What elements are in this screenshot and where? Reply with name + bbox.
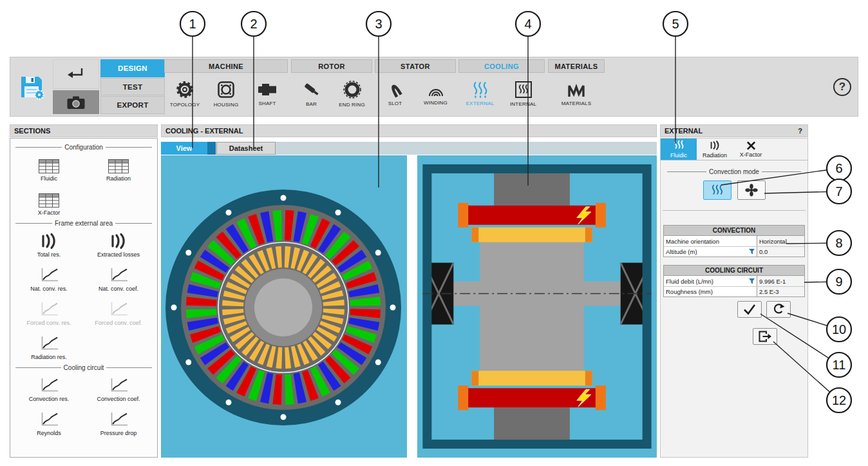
section-item-label: Forced conv. coef. — [95, 320, 142, 326]
section-item-radiation-res[interactable]: Radiation res. — [14, 332, 84, 360]
tab-label: Radiation — [703, 152, 727, 159]
tab-label: X-Factor — [740, 151, 762, 158]
callout-circle-9 — [827, 269, 851, 294]
refresh-icon — [772, 303, 785, 316]
camera-icon — [66, 95, 86, 110]
ribbon-item-external-cooling[interactable]: EXTERNAL — [458, 73, 502, 114]
callout-circle-2 — [241, 12, 266, 36]
section-item-nat-conv-res[interactable]: Nat. conv. res. — [14, 264, 84, 292]
ribbon-item-slot[interactable]: SLOT — [375, 73, 415, 114]
ribbon-item-winding[interactable]: WINDING — [415, 73, 456, 114]
housing-icon — [216, 80, 236, 99]
ribbon-item-end-ring[interactable]: END RING — [332, 73, 372, 114]
ribbon-item-bar[interactable]: BAR — [291, 73, 332, 114]
winding-icon — [427, 82, 445, 97]
radiation-arcs-icon — [41, 233, 57, 249]
section-item-reynolds[interactable]: Reynolds — [14, 408, 84, 436]
row-label: Altitude (m) — [664, 247, 757, 257]
cooling-circuit-table: COOLING CIRCUIT Fluid debit (L/mn) 9.996… — [663, 265, 805, 297]
section-item-label: Reynolds — [37, 430, 61, 436]
view-tab-indicator — [207, 142, 216, 155]
machine-orientation-value[interactable]: Horizontal — [757, 236, 804, 246]
ribbon-item-housing[interactable]: HOUSING — [205, 73, 247, 114]
section-item-radiation[interactable]: Radiation — [84, 153, 153, 182]
section-item-fluidic[interactable]: Fluidic — [14, 153, 84, 182]
ribbon-item-shaft[interactable]: SHAFT — [247, 73, 288, 114]
reset-button[interactable] — [766, 301, 791, 318]
apply-reset-row — [661, 301, 791, 318]
callout-number: 10 — [832, 322, 846, 336]
natural-convection-button[interactable] — [703, 180, 731, 200]
export-mode-button[interactable]: EXPORT — [100, 96, 165, 114]
ribbon-group-title: MACHINE — [164, 59, 288, 73]
callout-number: 1 — [189, 17, 196, 31]
right-panel-help[interactable]: ? — [798, 125, 802, 137]
internal-cooling-icon — [514, 81, 533, 99]
view-tabstrip: View Datasheet — [161, 142, 657, 155]
parameter-funnel-icon — [748, 248, 755, 255]
forced-convection-button[interactable] — [737, 180, 766, 200]
table-row: Altitude (m) 0.0 — [664, 246, 804, 257]
section-item-nat-conv-coef[interactable]: Nat. conv. coef. — [84, 264, 153, 292]
ribbon-item-topology[interactable]: TOPOLOGY — [164, 73, 205, 114]
group-legend-frame-external-area: Frame external area — [15, 220, 152, 227]
section-item-label: Radiation res. — [31, 354, 67, 360]
radial-view-diagram — [161, 155, 407, 458]
tab-x-factor[interactable]: X-Factor — [733, 139, 769, 160]
roughness-value[interactable]: 2.5 E-3 — [757, 287, 804, 296]
screenshot-button[interactable] — [53, 90, 99, 114]
callout-circle-7 — [827, 179, 851, 204]
radial-cross-section-view — [161, 155, 407, 458]
section-item-forced-conv-res[interactable]: Forced conv. res. — [14, 298, 84, 326]
tab-datasheet[interactable]: Datasheet — [216, 142, 276, 155]
section-item-convection-res[interactable]: Convection res. — [14, 374, 84, 402]
exit-export-icon — [758, 330, 772, 343]
ribbon-group-cooling: COOLING EXTERNAL — [458, 59, 545, 115]
apply-button[interactable] — [737, 301, 762, 318]
table-row: Roughness (mm) 2.5 E-3 — [664, 286, 804, 296]
tab-fluidic[interactable]: Fluidic — [661, 139, 697, 160]
callout-circle-12 — [827, 388, 851, 413]
ribbon-item-label: TOPOLOGY — [170, 102, 200, 108]
section-item-pressure-drop[interactable]: Pressure drop — [84, 408, 153, 436]
rotor-bar-icon — [303, 81, 321, 99]
ribbon-group-machine: MACHINE TOPOLOGY — [164, 59, 288, 115]
callout-number: 3 — [375, 17, 382, 31]
convection-waves-icon — [711, 184, 724, 197]
test-mode-button[interactable]: TEST — [100, 78, 165, 96]
callout-circle-11 — [827, 353, 851, 377]
design-mode-button[interactable]: DESIGN — [100, 59, 165, 77]
callout-number: 12 — [832, 393, 846, 407]
section-item-x-factor[interactable]: X-Factor — [14, 188, 84, 216]
section-item-label: Convection res. — [29, 396, 70, 402]
export-results-button[interactable] — [753, 328, 777, 345]
save-icon — [18, 73, 45, 101]
save-button[interactable] — [12, 59, 51, 114]
main-toolbar: DESIGN TEST EXPORT MACHINE TOPOLOGY — [10, 57, 858, 117]
ribbon-item-materials[interactable]: MATERIALS — [548, 73, 605, 114]
section-item-label: Pressure drop — [100, 430, 137, 436]
callout-number: 5 — [672, 17, 679, 31]
section-item-convection-coef[interactable]: Convection coef. — [84, 374, 153, 402]
right-panel-title: EXTERNAL — [665, 125, 703, 137]
callout-circle-1 — [180, 12, 205, 36]
return-arrow-icon — [66, 66, 86, 82]
row-label: Fluid debit (L/mn) — [664, 276, 757, 286]
fluid-debit-value[interactable]: 9.996 E-1 — [757, 276, 804, 286]
section-item-total-res[interactable]: Total res. — [14, 229, 84, 258]
ribbon-group-title: STATOR — [375, 59, 456, 73]
tab-view[interactable]: View — [161, 142, 207, 155]
tab-radiation[interactable]: Radiation — [697, 139, 733, 160]
table-icon — [108, 159, 129, 173]
section-item-forced-conv-coef[interactable]: Forced conv. coef. — [84, 298, 153, 326]
ribbon-item-label: END RING — [339, 102, 365, 108]
altitude-value[interactable]: 0.0 — [757, 247, 804, 257]
return-button[interactable] — [53, 59, 99, 89]
chart-icon — [39, 412, 59, 428]
fluidic-waves-icon — [674, 140, 684, 151]
help-button[interactable]: ? — [833, 78, 851, 96]
section-item-extracted-losses[interactable]: Extracted losses — [84, 229, 153, 258]
ribbon-item-internal-cooling[interactable]: INTERNAL — [502, 73, 545, 114]
callout-line-9 — [804, 282, 839, 282]
callout-circle-3 — [366, 12, 391, 36]
